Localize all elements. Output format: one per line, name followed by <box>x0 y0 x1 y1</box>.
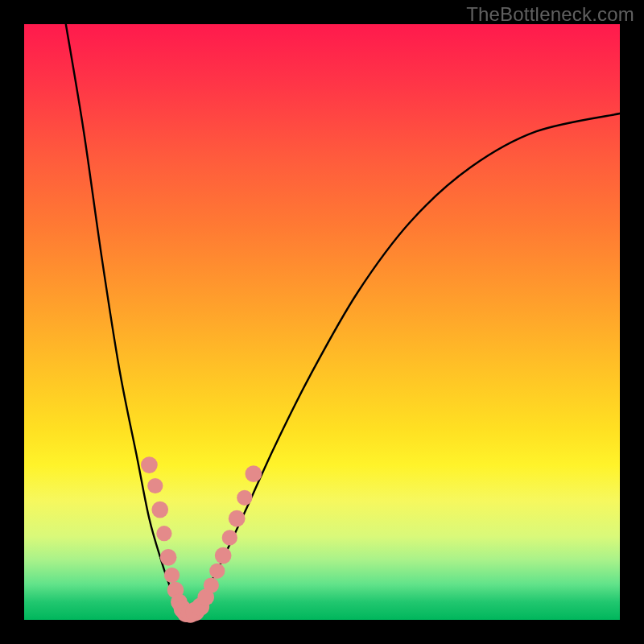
data-point <box>229 510 246 527</box>
data-point <box>147 478 163 493</box>
chart-frame: TheBottleneck.com <box>0 0 644 644</box>
curve-group <box>66 24 620 614</box>
data-point <box>215 547 232 564</box>
data-point <box>151 502 168 518</box>
left-branch-line <box>66 24 185 614</box>
data-point <box>237 490 252 506</box>
data-point <box>222 530 237 545</box>
chart-svg <box>24 24 620 620</box>
data-point <box>246 465 262 482</box>
right-branch-line <box>185 114 620 614</box>
data-point <box>160 549 177 566</box>
data-point <box>204 577 219 592</box>
data-point <box>164 568 180 583</box>
data-point <box>156 526 171 541</box>
watermark-text: TheBottleneck.com <box>466 3 634 26</box>
marker-group <box>141 456 262 622</box>
data-point <box>141 456 158 473</box>
plot-area <box>24 24 620 620</box>
data-point <box>209 564 225 579</box>
